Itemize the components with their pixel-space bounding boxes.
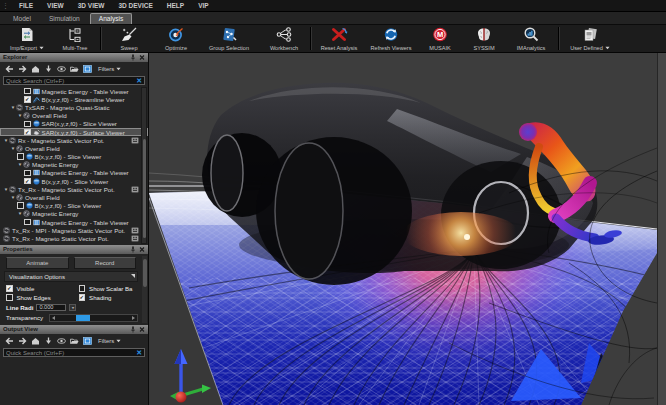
field-sensor-icon bbox=[23, 161, 30, 168]
checkbox[interactable] bbox=[6, 294, 13, 301]
tree-item[interactable]: Magnetic Energy - Table Viewer bbox=[0, 169, 148, 177]
output-search-input[interactable] bbox=[4, 350, 134, 356]
viewer-box-icon[interactable] bbox=[83, 65, 92, 73]
visibility-checkbox[interactable] bbox=[17, 153, 24, 160]
syssim-button[interactable]: SYSSIM bbox=[462, 26, 506, 51]
clear-search-icon[interactable]: ✕ bbox=[134, 349, 144, 356]
pin-icon[interactable] bbox=[130, 246, 136, 253]
slider-right-arrow-icon[interactable] bbox=[132, 316, 135, 320]
visibility-checkbox[interactable] bbox=[24, 88, 31, 95]
menu-item-file[interactable]: FILE bbox=[12, 2, 40, 9]
tree-item[interactable]: SAR(x,y,z,f0) - Slice Viewer bbox=[0, 120, 148, 128]
imanalytics-button[interactable]: IMAnalytics bbox=[506, 26, 556, 51]
tree-item[interactable]: ▼Magnetic Energy bbox=[0, 161, 148, 169]
checkbox-label: Shading bbox=[89, 294, 111, 301]
transparency-slider-thumb[interactable] bbox=[76, 315, 90, 321]
tree-item[interactable]: B(x,y,z,f0) - Slice Viewer bbox=[0, 202, 148, 210]
visibility-checkbox[interactable] bbox=[24, 178, 31, 185]
tree-item[interactable]: ▼Tx_Rx - Magneto Static Vector Pot. bbox=[0, 185, 148, 193]
forward-arrow-icon[interactable] bbox=[18, 65, 27, 73]
menu-item-3d-device[interactable]: 3D DEVICE bbox=[111, 2, 159, 9]
3d-viewport[interactable] bbox=[149, 53, 657, 405]
tab-model[interactable]: Model bbox=[5, 14, 39, 24]
down-arrow-icon[interactable] bbox=[44, 337, 53, 345]
option-show-edges[interactable]: Show Edges bbox=[6, 294, 79, 301]
tree-item[interactable]: ▼Magnetic Energy bbox=[0, 210, 148, 218]
sweep-button[interactable]: Sweep bbox=[104, 26, 154, 51]
home-icon[interactable] bbox=[31, 65, 40, 73]
tree-item[interactable]: SAR(x,y,z,f0) - Surface Viewer bbox=[0, 128, 148, 136]
group-selection-button[interactable]: Group Selection bbox=[198, 26, 260, 51]
menu-item-3d-view[interactable]: 3D VIEW bbox=[71, 2, 112, 9]
viewer-box-icon[interactable] bbox=[83, 337, 92, 345]
checkbox[interactable] bbox=[79, 294, 86, 301]
tree-item[interactable]: ▼TxSAR - Magneto Quasi-Static bbox=[0, 103, 148, 111]
tree-item[interactable]: ▼Overall Field bbox=[0, 112, 148, 120]
visibility-checkbox[interactable] bbox=[24, 96, 31, 103]
tab-analysis[interactable]: Analysis bbox=[90, 13, 133, 24]
refresh-viewers-icon bbox=[382, 27, 400, 42]
tree-item[interactable]: Magnetic Energy - Table Viewer bbox=[0, 87, 148, 95]
musaik-button[interactable]: MMUSAIK bbox=[418, 26, 462, 51]
option-visible[interactable]: Visible bbox=[6, 285, 79, 292]
open-folder-icon[interactable] bbox=[70, 337, 79, 345]
visibility-checkbox[interactable] bbox=[24, 170, 31, 177]
import-export-button[interactable]: Imp/Export bbox=[2, 26, 52, 51]
tree-item[interactable]: B(x,y,z,f0) - Streamline Viewer bbox=[0, 95, 148, 103]
visualization-options-section[interactable]: Visualization Options bbox=[4, 271, 138, 282]
checkbox[interactable] bbox=[79, 285, 86, 292]
tree-item[interactable]: B(x,y,z,f0) - Slice Viewer bbox=[0, 153, 148, 161]
home-icon[interactable] bbox=[31, 337, 40, 345]
line-radius-dropdown[interactable]: ▾ bbox=[69, 304, 76, 311]
visibility-checkbox[interactable] bbox=[24, 121, 31, 128]
menu-item-view[interactable]: VIEW bbox=[40, 2, 71, 9]
user-defined-button[interactable]: User Defined bbox=[562, 26, 618, 51]
close-icon[interactable] bbox=[139, 246, 145, 253]
menu-item-help[interactable]: HELP bbox=[160, 2, 191, 9]
workbench-button[interactable]: Workbench bbox=[260, 26, 308, 51]
tree-item[interactable]: ▼Rx - Magneto Static Vector Pot. bbox=[0, 136, 148, 144]
filters-button[interactable]: Filters bbox=[98, 338, 121, 344]
open-folder-icon[interactable] bbox=[70, 65, 79, 73]
tree-item[interactable]: ▼Overall Field bbox=[0, 193, 148, 201]
tree-item[interactable]: Tx_Rx - MPI - Magneto Static Vector Pot. bbox=[0, 226, 148, 234]
visibility-checkbox[interactable] bbox=[24, 219, 31, 226]
record-button[interactable]: Record bbox=[74, 257, 137, 269]
tree-item[interactable]: Magnetic Energy - Table Viewer bbox=[0, 218, 148, 226]
animate-button[interactable]: Animate bbox=[6, 257, 69, 269]
visibility-checkbox[interactable] bbox=[24, 129, 31, 136]
eye-icon[interactable] bbox=[57, 337, 66, 345]
option-show-scalar-ba[interactable]: Show Scalar Ba bbox=[79, 285, 138, 292]
refresh-viewers-button[interactable]: Refresh Viewers bbox=[364, 26, 418, 51]
tab-simulation[interactable]: Simulation bbox=[41, 14, 88, 24]
checkbox[interactable] bbox=[6, 285, 13, 292]
down-arrow-icon[interactable] bbox=[44, 65, 53, 73]
reset-analysis-button[interactable]: Reset Analysis bbox=[314, 26, 364, 51]
line-radius-input[interactable]: 0.000 bbox=[36, 304, 66, 311]
tree-item[interactable]: B(x,y,z,f0) - Slice Viewer bbox=[0, 177, 148, 185]
explorer-search-input[interactable] bbox=[4, 78, 134, 84]
optimize-button[interactable]: Optimize bbox=[154, 26, 198, 51]
close-icon[interactable] bbox=[139, 326, 145, 333]
transparency-slider[interactable] bbox=[49, 314, 138, 322]
close-icon[interactable] bbox=[139, 54, 145, 61]
filters-button[interactable]: Filters bbox=[98, 66, 121, 72]
clear-search-icon[interactable]: ✕ bbox=[134, 77, 144, 84]
back-arrow-icon[interactable] bbox=[5, 337, 14, 345]
option-shading[interactable]: Shading bbox=[79, 294, 138, 301]
eye-icon[interactable] bbox=[57, 65, 66, 73]
tree-scrollbar[interactable] bbox=[141, 87, 147, 244]
properties-scrollbar[interactable] bbox=[142, 256, 147, 323]
multi-tree-button[interactable]: Multi-Tree bbox=[52, 26, 98, 51]
back-arrow-icon[interactable] bbox=[5, 65, 14, 73]
pin-icon[interactable] bbox=[130, 326, 136, 333]
visibility-checkbox[interactable] bbox=[17, 202, 24, 209]
slider-left-arrow-icon[interactable] bbox=[52, 316, 55, 320]
pin-icon[interactable] bbox=[130, 54, 136, 61]
tree-scrollbar-thumb[interactable] bbox=[143, 139, 147, 238]
tree-item[interactable]: Tx_Rx - Magneto Static Vector Pot. bbox=[0, 234, 148, 242]
tree-item[interactable]: ▼Overall Field bbox=[0, 144, 148, 152]
menu-item-vip[interactable]: VIP bbox=[191, 2, 215, 9]
toolbar-button-text: Group Selection bbox=[209, 45, 249, 51]
forward-arrow-icon[interactable] bbox=[18, 337, 27, 345]
